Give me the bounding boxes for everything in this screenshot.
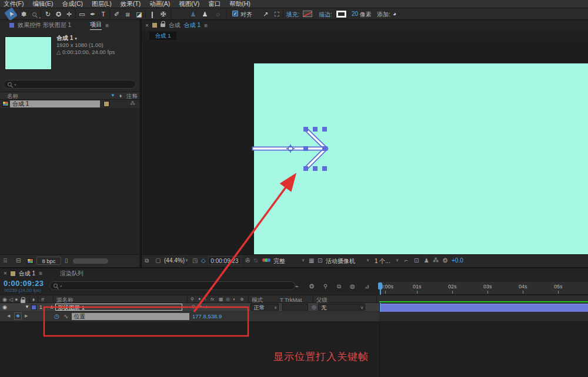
resolution-dropdown[interactable]: 完整 (273, 257, 285, 265)
menu-item-edit[interactable]: 编辑(E) (32, 0, 53, 8)
snapshot-icon[interactable]: ✇ (245, 257, 250, 264)
timeline-tab-render-queue[interactable]: 渲染队列 (60, 270, 83, 278)
camera-dropdown[interactable]: 活动摄像机 (326, 257, 355, 265)
lock-icon[interactable] (161, 23, 165, 27)
property-name[interactable]: 位置 (72, 313, 189, 320)
frame-blend-icon[interactable]: ⧉ (337, 283, 341, 290)
stamp-tool-icon[interactable]: ⧈ (123, 9, 133, 19)
time-ruler[interactable]: 0:00s 01s 02s 03s 04s 05s (379, 282, 588, 295)
tab-effect-controls[interactable]: 效果控件 形状图层 1 (18, 21, 71, 29)
project-list-empty[interactable] (0, 108, 139, 254)
current-timecode[interactable]: 0:00:09:23 (4, 279, 44, 288)
exposure-reset-icon[interactable]: ❂ (443, 257, 447, 264)
viewer-panel-menu-icon[interactable]: ≡ (204, 22, 208, 29)
rectangle-tool-icon[interactable]: ▭ (77, 9, 87, 19)
timeline-search-input[interactable] (49, 281, 295, 290)
flowchart-icon[interactable]: ⧉ (145, 257, 149, 264)
puppet-tool-icon[interactable]: ✠ (158, 9, 168, 19)
comp-flowchart-icon[interactable]: ⌁ (295, 283, 299, 290)
viewer-tab-comp-name[interactable]: 合成 1 (184, 21, 201, 29)
bpc-button[interactable]: 8 bpc (36, 257, 61, 265)
graph-toggle-icon[interactable]: ∿ (64, 313, 68, 319)
index-column-icon[interactable]: # (41, 297, 44, 302)
menu-item-effect[interactable]: 效果(T) (121, 0, 141, 8)
shy-layers-icon[interactable]: ⚲ (323, 283, 328, 290)
sort-desc-icon[interactable]: ▼ (111, 93, 115, 98)
pixel-aspect-icon[interactable]: ♟ (424, 257, 429, 264)
brush-tool-icon[interactable]: ✐ (112, 9, 122, 19)
interpret-footage-icon[interactable]: ⌸ (4, 257, 7, 264)
footer-scrollbar[interactable] (73, 258, 108, 264)
time-navigator-start[interactable] (378, 282, 382, 290)
viewer-viewport[interactable] (142, 41, 588, 254)
prev-keyframe-icon[interactable]: ◀ (7, 314, 10, 318)
menu-item-file[interactable]: 文件(F) (4, 0, 24, 8)
eraser-tool-icon[interactable]: ◪ (134, 9, 144, 19)
selection-tool-icon[interactable]: ➤ (4, 7, 18, 21)
zoom-tool-icon[interactable] (29, 9, 39, 19)
channels-icon[interactable] (262, 258, 272, 264)
pan-behind-tool-icon[interactable]: ✛ (64, 9, 74, 19)
transparency-grid-icon[interactable]: ▦ (309, 257, 314, 264)
menu-item-window[interactable]: 窗口 (208, 0, 220, 8)
stroke-width-value[interactable]: 20 (352, 11, 358, 17)
column-trkmat[interactable]: T TrkMat (280, 297, 302, 303)
add-keyframe-box[interactable]: ◆ (14, 312, 22, 320)
add-shape-button[interactable]: ◕ (393, 11, 396, 17)
project-panel-menu-icon[interactable]: ≡ (105, 22, 109, 29)
marquee-expand-icon[interactable]: ⛶ (272, 9, 282, 19)
tag-column-icon[interactable]: ⬧ (119, 93, 122, 99)
type-tool-icon[interactable]: T (98, 9, 108, 19)
viewer-timecode[interactable]: 0:00:09:23 (208, 257, 241, 265)
camera-dropdown-icon[interactable]: ∨ (366, 258, 369, 262)
layer-row[interactable]: ◉ ▼ 1 ★ 形状图层 1 ⚲ ✦ / 正常∨ ◎ 无∨ (0, 303, 379, 312)
layer-switch-parent-icon[interactable]: ⚲ (192, 304, 195, 309)
resolution-dropdown-icon[interactable]: ∨ (302, 258, 305, 262)
zoom-level-dropdown[interactable]: (44.4%) (164, 257, 185, 264)
exposure-value[interactable]: +0.0 (452, 257, 463, 264)
layer-name[interactable]: 形状图层 1 (55, 304, 182, 311)
menu-item-animation[interactable]: 动画(A) (149, 0, 170, 8)
zoom-dropdown-icon[interactable]: ∨ (185, 258, 188, 262)
label-color-swatch[interactable] (103, 101, 109, 107)
arrow-expand-icon[interactable]: ↗ (260, 9, 270, 19)
property-row-track[interactable] (379, 312, 588, 321)
graph-editor-icon[interactable]: ⊿ (365, 283, 369, 290)
rotate-tool-icon[interactable]: ↻ (43, 9, 53, 19)
eye-column-icon[interactable]: ◉ (2, 297, 7, 302)
project-search-input[interactable] (4, 80, 136, 89)
mini-flowchart-icon[interactable]: ⁂ (433, 257, 439, 264)
stopwatch-icon[interactable]: ◷ (54, 313, 59, 319)
menu-item-layer[interactable]: 图层(L) (92, 0, 112, 8)
project-item-row[interactable]: 合成 1 ⁂ (0, 100, 139, 108)
new-folder-icon[interactable]: ⊟ (16, 257, 21, 264)
trash-icon[interactable]: ▯ (65, 257, 68, 264)
draft3d-icon[interactable]: ❂ (309, 283, 314, 290)
property-value[interactable]: 177.8,538.9 (192, 313, 222, 319)
layer-eye-icon[interactable]: ◉ (2, 304, 7, 310)
layer-parent-dropdown[interactable]: 无∨ (318, 304, 365, 311)
menu-item-view[interactable]: 视图(V) (179, 0, 199, 8)
share-view-icon[interactable]: ⊡ (414, 257, 419, 264)
menu-item-composition[interactable]: 合成(C) (62, 0, 83, 8)
fill-label[interactable]: 填充: (286, 11, 300, 19)
pen-tool-icon[interactable]: ✒ (88, 9, 98, 19)
layer-expand-icon[interactable]: ▼ (25, 304, 29, 309)
parent-pickwhip-icon[interactable]: ◎ (312, 304, 316, 310)
layer-switch-shy-icon[interactable]: ✦ (199, 304, 203, 309)
camera-tool-icon[interactable]: ✪ (54, 9, 64, 19)
comp-subtab[interactable]: 合成 1 (149, 32, 176, 40)
views-dropdown[interactable]: 1 个... (375, 257, 390, 265)
layer-label-swatch[interactable] (31, 305, 36, 310)
shape-layer-graphic[interactable] (142, 41, 588, 254)
layer-duration-bar[interactable] (381, 304, 588, 312)
timeline-panel-menu-icon[interactable]: ≡ (39, 270, 42, 277)
comp-title[interactable]: 合成 1 ▾ (56, 34, 77, 42)
roi-icon[interactable]: ◳ (192, 257, 198, 264)
fill-swatch[interactable] (303, 11, 312, 17)
collapse-icon[interactable]: ▾ (75, 36, 77, 41)
property-row[interactable]: ◀ ◆ ▶ ◷ ∿ 位置 177.8,538.9 (0, 312, 379, 321)
guides-icon[interactable]: ⊡ (318, 257, 322, 264)
close-icon[interactable]: × (145, 22, 149, 29)
new-composition-icon[interactable] (27, 258, 34, 264)
